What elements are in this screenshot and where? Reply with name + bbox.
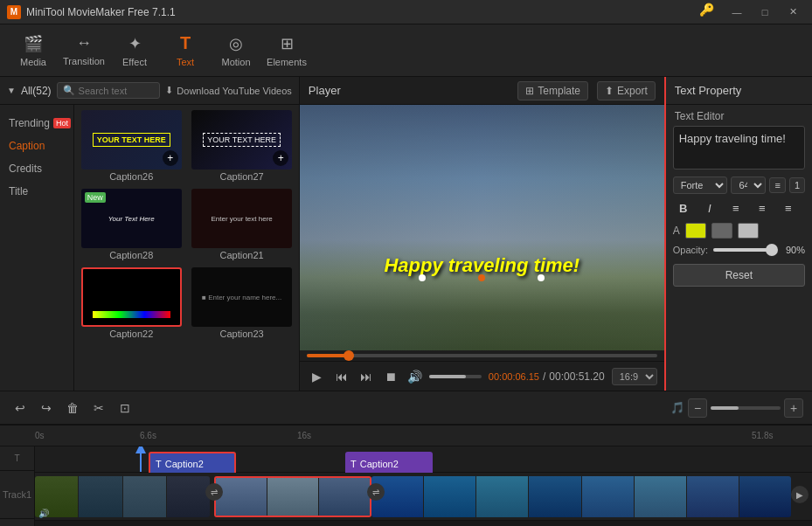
add-caption-26[interactable]: + bbox=[163, 150, 178, 166]
align-right-button[interactable]: ≡ bbox=[778, 198, 799, 218]
volume-button[interactable]: 🔊 bbox=[405, 366, 426, 387]
swap-icon-1: ⇌ bbox=[205, 483, 223, 501]
crop-button[interactable]: ⊡ bbox=[114, 397, 136, 419]
reset-button[interactable]: Reset bbox=[673, 264, 805, 287]
num-list-button[interactable]: 1 bbox=[789, 177, 805, 193]
font-size-select[interactable]: 64 bbox=[731, 176, 766, 194]
collapse-arrow[interactable]: ▼ bbox=[7, 86, 16, 95]
text-color-swatch[interactable] bbox=[685, 223, 706, 239]
stop-button[interactable]: ⏹ bbox=[380, 366, 401, 387]
swap-button-1[interactable]: ⇌ bbox=[205, 483, 223, 501]
frame-14 bbox=[687, 476, 739, 517]
redo-button[interactable]: ↪ bbox=[35, 397, 58, 419]
thumb-26-text: YOUR TEXT HERE bbox=[93, 133, 170, 147]
search-box[interactable]: 🔍 bbox=[57, 82, 161, 99]
audio-icon: 🎵 bbox=[670, 401, 684, 414]
close-button[interactable]: ✕ bbox=[781, 3, 805, 22]
media-track: ⇌ ⇌ bbox=[35, 473, 812, 521]
caption-item-26[interactable]: YOUR TEXT HERE + Caption26 bbox=[80, 110, 183, 182]
caption-item-22[interactable]: Caption22 bbox=[80, 267, 183, 339]
time-separator: / bbox=[543, 370, 545, 383]
thumb-21-text: Enter your text here bbox=[212, 215, 273, 223]
progress-bar-container[interactable] bbox=[300, 350, 664, 361]
swap-button-2[interactable]: ⇌ bbox=[367, 483, 385, 501]
track-area[interactable]: T Caption2 T Caption2 bbox=[35, 446, 812, 526]
progress-track[interactable] bbox=[307, 354, 657, 357]
title-label: Title bbox=[9, 185, 28, 197]
new-badge-28: New bbox=[85, 192, 106, 203]
text-property-title: Text Property bbox=[666, 77, 812, 105]
undo-button[interactable]: ↩ bbox=[9, 397, 31, 419]
volume-slider[interactable] bbox=[429, 375, 482, 378]
maximize-button[interactable]: □ bbox=[753, 3, 777, 22]
caption-thumb-28: New Your Text Here bbox=[81, 189, 182, 248]
media-clip-3[interactable] bbox=[371, 476, 791, 517]
media-label: Media bbox=[20, 57, 46, 67]
caption-grid: YOUR TEXT HERE + Caption26 YOUR TEXT HER… bbox=[80, 110, 294, 339]
all-label[interactable]: All(52) bbox=[21, 85, 52, 97]
cut-button[interactable]: ✂ bbox=[87, 397, 110, 419]
opacity-slider[interactable] bbox=[713, 248, 775, 252]
tool-transition[interactable]: ↔ Transition bbox=[59, 28, 108, 73]
add-caption-27[interactable]: + bbox=[273, 150, 288, 166]
video-frame bbox=[300, 105, 664, 350]
tool-text[interactable]: T Text bbox=[161, 28, 210, 73]
align-left-button[interactable]: ≡ bbox=[725, 198, 746, 218]
tool-effect[interactable]: ✦ Effect bbox=[110, 28, 159, 73]
download-youtube-button[interactable]: ⬇ Download YouTube Videos bbox=[165, 85, 292, 96]
play-button[interactable]: ▶ bbox=[307, 366, 328, 387]
opacity-fill bbox=[713, 248, 769, 252]
template-label: Template bbox=[538, 85, 580, 97]
caption-item-21[interactable]: Enter your text here Caption21 bbox=[190, 189, 293, 260]
progress-thumb[interactable] bbox=[344, 350, 354, 361]
zoom-slider[interactable] bbox=[711, 406, 781, 410]
ruler-mark-16: 16s bbox=[297, 431, 311, 440]
tool-motion[interactable]: ◎ Motion bbox=[212, 28, 260, 73]
media-clip-2[interactable] bbox=[214, 476, 371, 517]
main-toolbar: 🎬 Media ↔ Transition ✦ Effect T Text ◎ M… bbox=[0, 24, 812, 77]
caption-grid-area: YOUR TEXT HERE + Caption26 YOUR TEXT HER… bbox=[74, 105, 299, 391]
effect-label: Effect bbox=[122, 57, 147, 67]
caption-item-27[interactable]: YOUR TEXT HERE + Caption27 bbox=[190, 110, 293, 182]
scroll-right-button[interactable]: ▶ bbox=[791, 486, 809, 503]
volume-indicator: 🔊 bbox=[38, 509, 49, 518]
dot-right bbox=[538, 274, 545, 281]
export-label: Export bbox=[617, 85, 648, 97]
media-clip-1[interactable] bbox=[35, 476, 210, 517]
bg-color-swatch[interactable] bbox=[711, 223, 732, 239]
zoom-out-button[interactable]: − bbox=[688, 398, 707, 418]
italic-button[interactable]: I bbox=[699, 198, 720, 218]
player-controls: ▶ ⏮ ⏭ ⏹ 🔊 00:00:06.15 / 00:00:51.20 16:9 bbox=[300, 361, 664, 391]
caption-item-28[interactable]: New Your Text Here Caption28 bbox=[80, 189, 183, 260]
bold-button[interactable]: B bbox=[673, 198, 694, 218]
font-select[interactable]: Forte bbox=[673, 176, 728, 194]
timeline-cursor[interactable] bbox=[140, 446, 142, 472]
key-icon[interactable]: 🔑 bbox=[699, 3, 714, 22]
list-button[interactable]: ≡ bbox=[769, 177, 785, 193]
text-input-area[interactable]: Happy traveling time! bbox=[673, 126, 805, 170]
sidebar-item-trending[interactable]: Trending Hot bbox=[0, 112, 73, 135]
prev-frame-button[interactable]: ⏮ bbox=[331, 366, 352, 387]
sidebar-item-title[interactable]: Title bbox=[0, 180, 73, 203]
progress-fill bbox=[307, 354, 349, 357]
sidebar-item-caption[interactable]: Caption bbox=[0, 135, 73, 157]
next-frame-button[interactable]: ⏭ bbox=[356, 366, 377, 387]
tool-elements[interactable]: ⊞ Elements bbox=[262, 28, 311, 73]
aspect-ratio-select[interactable]: 16:9 bbox=[612, 368, 657, 385]
export-button[interactable]: ⬆ Export bbox=[597, 81, 656, 100]
template-button[interactable]: ⊞ Template bbox=[517, 81, 588, 100]
tool-media[interactable]: 🎬 Media bbox=[9, 28, 58, 73]
border-color-swatch[interactable] bbox=[738, 223, 759, 239]
panel-body: Trending Hot Caption Credits Title bbox=[0, 105, 299, 391]
caption-clip-1-icon: T bbox=[156, 459, 162, 469]
app-title: MiniTool MovieMaker Free 7.1.1 bbox=[26, 6, 699, 18]
minimize-button[interactable]: — bbox=[725, 3, 749, 22]
caption-thumb-27: YOUR TEXT HERE + bbox=[191, 110, 292, 170]
sidebar-item-credits[interactable]: Credits bbox=[0, 157, 73, 180]
delete-button[interactable]: 🗑 bbox=[61, 397, 84, 419]
align-center-button[interactable]: ≡ bbox=[752, 198, 773, 218]
zoom-in-button[interactable]: + bbox=[784, 398, 803, 418]
search-input[interactable] bbox=[79, 86, 155, 96]
time-current: 00:00:06.15 bbox=[489, 371, 539, 382]
caption-item-23[interactable]: ■ Enter your name here... Caption23 bbox=[190, 267, 293, 339]
